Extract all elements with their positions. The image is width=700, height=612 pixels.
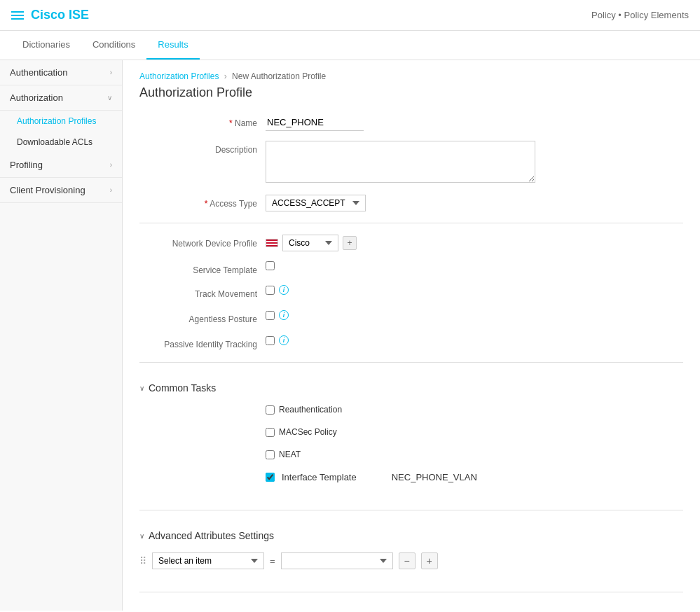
topbar-left: Cisco ISE: [11, 8, 89, 22]
access-type-select[interactable]: ACCESS_ACCEPT ACCESS_REJECT: [266, 195, 366, 211]
sidebar-section-client-provisioning-label: Client Provisioning: [10, 185, 85, 195]
chevron-right-icon: ›: [110, 69, 112, 76]
advanced-attr-select[interactable]: Select an item: [152, 552, 264, 569]
macsec-label: MACSec Policy: [279, 427, 337, 437]
page-title: Authorization Profile: [139, 85, 683, 100]
service-template-checkbox[interactable]: [266, 261, 275, 270]
tab-dictionaries[interactable]: Dictionaries: [11, 31, 81, 60]
macsec-row: x MACSec Policy: [139, 427, 683, 443]
drag-handle-icon[interactable]: ⠿: [139, 555, 146, 566]
sidebar: Authentication › Authorization ∨ Authori…: [0, 60, 123, 611]
sidebar-item-downloadable-acls[interactable]: Downloadable ACLs: [0, 132, 122, 153]
description-control: [266, 141, 683, 185]
sidebar-section-profiling[interactable]: Profiling ›: [0, 153, 122, 178]
tab-results[interactable]: Results: [146, 31, 199, 60]
advanced-attributes-header[interactable]: ∨ Advanced Attributes Settings: [139, 522, 683, 547]
neat-label: NEAT: [279, 450, 301, 459]
breadcrumb-link[interactable]: Authorization Profiles: [139, 71, 219, 81]
description-textarea[interactable]: [266, 141, 535, 183]
brand-logo: Cisco ISE: [31, 8, 89, 22]
sidebar-section-profiling-label: Profiling: [10, 160, 43, 170]
breadcrumb-current: New Authorization Profile: [232, 71, 326, 81]
interface-template-label: Interface Template: [282, 472, 357, 482]
common-tasks-chevron-icon: ∨: [139, 384, 144, 392]
interface-template-value: NEC_PHONE_VLAN: [392, 472, 477, 482]
neat-checkbox[interactable]: [266, 450, 275, 459]
passive-identity-control: i: [266, 335, 683, 351]
topbar-nav-hint: Policy • Policy Elements: [591, 10, 689, 20]
content-area: Authorization Profiles › New Authorizati…: [123, 60, 700, 611]
name-label: Name: [139, 114, 266, 128]
cisco-flag-icon: [266, 239, 278, 247]
chevron-down-icon: ∨: [107, 94, 112, 102]
common-tasks-content: x Reauthentication x MACSec Poli: [139, 399, 683, 499]
ndp-control: Cisco +: [266, 235, 683, 251]
name-row: Name: [139, 114, 683, 131]
chevron-right-icon-2: ›: [110, 161, 112, 169]
reauthentication-checkbox[interactable]: [266, 405, 275, 415]
ndp-row: Network Device Profile Cisco +: [139, 235, 683, 251]
breadcrumb: Authorization Profiles › New Authorizati…: [139, 71, 683, 81]
sidebar-section-authorization[interactable]: Authorization ∨: [0, 85, 122, 111]
sidebar-section-authentication[interactable]: Authentication ›: [0, 60, 122, 85]
service-template-row: Service Template: [139, 261, 683, 275]
interface-template-control: Interface Template NEC_PHONE_VLAN: [266, 472, 683, 482]
agentless-posture-info-icon[interactable]: i: [279, 310, 289, 320]
ndp-select[interactable]: Cisco: [282, 235, 338, 251]
advanced-attributes-label: Advanced Attributes Settings: [149, 530, 274, 541]
common-tasks-header[interactable]: ∨ Common Tasks: [139, 374, 683, 399]
breadcrumb-separator: ›: [224, 71, 227, 81]
advanced-attr-equals: =: [270, 556, 275, 566]
passive-identity-checkbox[interactable]: [266, 336, 275, 345]
layout: Authentication › Authorization ∨ Authori…: [0, 60, 700, 611]
divider-4: [139, 592, 683, 592]
track-movement-row: Track Movement i: [139, 285, 683, 300]
neat-row: x NEAT: [139, 450, 683, 465]
passive-identity-info-icon[interactable]: i: [279, 335, 289, 345]
ndp-add-button[interactable]: +: [343, 236, 357, 250]
topbar: Cisco ISE Policy • Policy Elements: [0, 0, 700, 31]
interface-template-inner: Interface Template NEC_PHONE_VLAN: [266, 472, 683, 482]
track-movement-control: i: [266, 285, 683, 300]
sidebar-section-client-provisioning[interactable]: Client Provisioning ›: [0, 178, 122, 203]
advanced-attr-value-select[interactable]: [281, 552, 393, 569]
divider-3: [139, 510, 683, 510]
hamburger-menu[interactable]: [11, 11, 24, 20]
name-input[interactable]: [266, 114, 364, 131]
interface-template-checkbox[interactable]: [266, 473, 275, 482]
sidebar-item-authorization-profiles[interactable]: Authorization Profiles: [0, 111, 122, 132]
service-template-control: [266, 261, 683, 272]
ndp-inner-row: Cisco +: [266, 235, 683, 251]
track-movement-label: Track Movement: [139, 285, 266, 299]
reauth-control: Reauthentication: [266, 405, 683, 420]
track-movement-inner: i: [266, 285, 683, 295]
advanced-attributes-chevron-icon: ∨: [139, 532, 144, 540]
track-movement-info-icon[interactable]: i: [279, 285, 289, 295]
macsec-checkbox[interactable]: [266, 428, 275, 437]
reauth-row: x Reauthentication: [139, 405, 683, 420]
macsec-inner: MACSec Policy: [266, 427, 683, 437]
attributes-details-header[interactable]: ∨ Attributes Details: [139, 604, 683, 611]
sidebar-section-authorization-label: Authorization: [10, 92, 63, 103]
tab-conditions[interactable]: Conditions: [81, 31, 146, 60]
description-label: Description: [139, 141, 266, 155]
divider-2: [139, 362, 683, 363]
agentless-posture-inner: i: [266, 310, 683, 320]
agentless-posture-label: Agentless Posture: [139, 310, 266, 324]
main-content: Authorization Profiles › New Authorizati…: [123, 60, 700, 611]
advanced-attr-add-button[interactable]: +: [421, 552, 438, 569]
interface-template-row: x Interface Template NEC_PHONE_VLAN: [139, 472, 683, 486]
passive-identity-inner: i: [266, 335, 683, 345]
agentless-posture-control: i: [266, 310, 683, 326]
advanced-attr-remove-button[interactable]: −: [399, 552, 416, 569]
agentless-posture-checkbox[interactable]: [266, 311, 275, 320]
advanced-attributes-row: ⠿ Select an item = − +: [139, 547, 683, 575]
service-template-label: Service Template: [139, 261, 266, 275]
reauth-inner: Reauthentication: [266, 405, 683, 415]
chevron-right-icon-3: ›: [110, 186, 112, 194]
passive-identity-row: Passive Identity Tracking i: [139, 335, 683, 351]
neat-control: NEAT: [266, 450, 683, 465]
passive-identity-label: Passive Identity Tracking: [139, 335, 266, 349]
name-control: [266, 114, 683, 131]
track-movement-checkbox[interactable]: [266, 286, 275, 295]
